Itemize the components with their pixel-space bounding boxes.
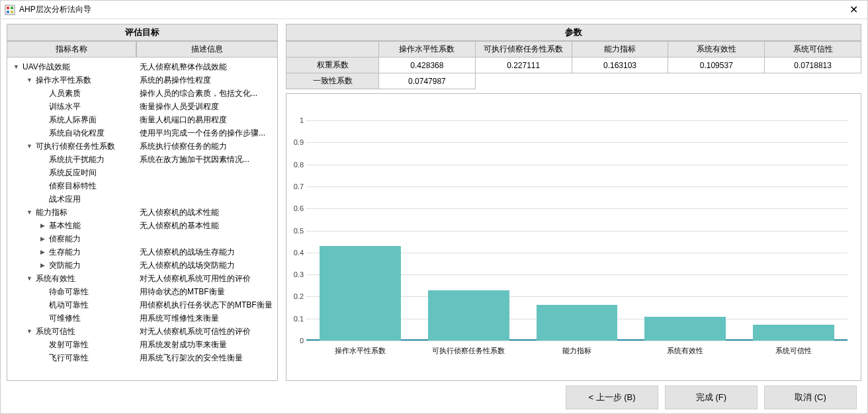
tree-item-label: 生存能力 bbox=[49, 247, 81, 258]
tree-row[interactable]: ▼可执行侦察任务性系数系统执行侦察任务的能力 bbox=[7, 140, 277, 153]
tree-item-label: 系统有效性 bbox=[36, 273, 75, 284]
chevron-down-icon[interactable]: ▼ bbox=[26, 275, 33, 282]
x-tick-label: 可执行侦察任务性系数 bbox=[432, 346, 505, 356]
chevron-down-icon[interactable]: ▼ bbox=[26, 77, 33, 84]
tree-item-desc: 使用平均完成一个任务的操作步骤... bbox=[137, 128, 277, 139]
chevron-down-icon[interactable]: ▼ bbox=[26, 328, 33, 335]
finish-button[interactable]: 完成 (F) bbox=[665, 386, 758, 409]
tree-row[interactable]: ▼系统有效性对无人侦察机系统可用性的评价 bbox=[7, 272, 277, 285]
y-tick-label: 0.8 bbox=[288, 161, 304, 169]
tree-row[interactable]: 战术应用 bbox=[7, 192, 277, 206]
tree-item-label: 机动可靠性 bbox=[49, 300, 89, 311]
tree-item-label: 基本性能 bbox=[49, 220, 81, 231]
tree-body[interactable]: ▼UAV作战效能无人侦察机整体作战效能▼操作水平性系数系统的易操作性程度人员素质… bbox=[7, 58, 278, 381]
tree-col-desc[interactable]: 描述信息 bbox=[136, 41, 278, 58]
chevron-down-icon[interactable]: ▼ bbox=[13, 63, 20, 71]
tree-item-label: 飞行可靠性 bbox=[49, 352, 89, 364]
y-tick-label: 0.6 bbox=[288, 204, 304, 212]
chevron-down-icon[interactable]: ▼ bbox=[26, 209, 33, 216]
x-tick-label: 系统可信性 bbox=[775, 346, 812, 356]
y-tick-label: 1 bbox=[288, 116, 304, 124]
param-col-header: 可执行侦察任务性系数 bbox=[475, 42, 572, 58]
tree-item-label: 战术应用 bbox=[49, 194, 81, 205]
tree-item-desc: 对无人侦察机系统可信性的评价 bbox=[137, 326, 277, 337]
tree-row[interactable]: 人员素质操作人员的综合素质，包括文化... bbox=[7, 87, 277, 100]
footer: < 上一步 (B) 完成 (F) 取消 (C) bbox=[1, 382, 867, 413]
y-tick-label: 0.5 bbox=[288, 227, 304, 235]
param-cell bbox=[668, 73, 765, 89]
tree-item-label: 系统人际界面 bbox=[49, 114, 97, 126]
tree-spacer bbox=[39, 130, 46, 137]
tree-spacer bbox=[39, 156, 46, 163]
svg-rect-2 bbox=[11, 7, 13, 9]
tree-row[interactable]: 训练水平衡量操作人员受训程度 bbox=[7, 100, 277, 113]
tree-row[interactable]: 可维修性用系统可维修性来衡量 bbox=[7, 311, 277, 325]
tree-item-desc: 用系统可维修性来衡量 bbox=[137, 313, 277, 324]
chevron-right-icon[interactable]: ▶ bbox=[39, 262, 46, 269]
tree-row[interactable]: 系统反应时间 bbox=[7, 166, 277, 179]
tree-row[interactable]: 系统人际界面衡量人机端口的易用程度 bbox=[7, 113, 277, 126]
back-button[interactable]: < 上一步 (B) bbox=[566, 386, 658, 409]
tree-spacer bbox=[39, 183, 46, 190]
tree-item-label: 能力指标 bbox=[36, 207, 67, 218]
tree-col-name[interactable]: 指标名称 bbox=[7, 41, 136, 58]
tree-row[interactable]: 飞行可靠性用系统飞行架次的安全性衡量 bbox=[7, 351, 277, 364]
tree-row[interactable]: ▼系统可信性对无人侦察机系统可信性的评价 bbox=[7, 325, 277, 338]
tree-row[interactable]: 系统抗干扰能力系统在敌方施加干扰因素情况... bbox=[7, 153, 277, 166]
y-tick-label: 0 bbox=[288, 337, 304, 345]
tree-row[interactable]: ▶突防能力无人侦察机的战场突防能力 bbox=[7, 259, 277, 272]
chevron-right-icon[interactable]: ▶ bbox=[39, 249, 46, 256]
chevron-right-icon[interactable]: ▶ bbox=[39, 235, 46, 243]
param-col-header: 操作水平性系数 bbox=[379, 42, 476, 58]
y-tick-label: 0.1 bbox=[288, 315, 304, 323]
chart-bar bbox=[428, 290, 509, 341]
tree-item-desc: 衡量操作人员受训程度 bbox=[137, 101, 277, 112]
close-icon[interactable]: ✕ bbox=[844, 3, 863, 16]
tree-row[interactable]: 待命可靠性用待命状态的MTBF衡量 bbox=[7, 285, 277, 298]
tree-row[interactable]: 系统自动化程度使用平均完成一个任务的操作步骤... bbox=[7, 126, 277, 140]
x-tick-label: 系统有效性 bbox=[667, 346, 703, 356]
tree-item-desc: 操作人员的综合素质，包括文化... bbox=[137, 88, 277, 99]
tree-item-label: 发射可靠性 bbox=[49, 339, 89, 351]
tree-row[interactable]: 机动可靠性用侦察机执行任务状态下的MTBF衡量 bbox=[7, 298, 277, 311]
tree-item-label: 系统抗干扰能力 bbox=[49, 154, 105, 165]
x-tick-label: 操作水平性系数 bbox=[335, 346, 386, 356]
tree-item-desc: 用待命状态的MTBF衡量 bbox=[137, 286, 277, 298]
tree-row[interactable]: ▼操作水平性系数系统的易操作性程度 bbox=[7, 73, 277, 87]
param-col-header: 系统可信性 bbox=[765, 42, 861, 58]
chevron-right-icon[interactable]: ▶ bbox=[39, 222, 46, 229]
y-tick-label: 0.3 bbox=[288, 270, 304, 278]
cancel-button[interactable]: 取消 (C) bbox=[764, 386, 857, 409]
tree-spacer bbox=[39, 288, 46, 296]
tree-item-label: 操作水平性系数 bbox=[36, 75, 91, 86]
app-icon bbox=[5, 5, 15, 15]
tree-row[interactable]: ▶生存能力无人侦察机的战场生存能力 bbox=[7, 245, 277, 259]
tree-row[interactable]: ▶侦察能力 bbox=[7, 232, 277, 245]
tree-spacer bbox=[39, 169, 46, 177]
param-cell: 0.227111 bbox=[475, 58, 572, 73]
chevron-down-icon[interactable]: ▼ bbox=[26, 143, 33, 150]
tree-row[interactable]: ▶基本性能无人侦察机的基本性能 bbox=[7, 219, 277, 232]
tree-spacer bbox=[39, 354, 46, 362]
tree-row[interactable]: 侦察目标特性 bbox=[7, 179, 277, 192]
tree-item-desc: 无人侦察机整体作战效能 bbox=[137, 62, 277, 73]
tree-item-desc: 用侦察机执行任务状态下的MTBF衡量 bbox=[137, 300, 277, 311]
tree-item-label: 侦察能力 bbox=[49, 233, 81, 245]
chart-bar bbox=[644, 317, 726, 341]
tree-item-desc: 无人侦察机的战场生存能力 bbox=[137, 247, 277, 258]
svg-rect-4 bbox=[11, 11, 13, 13]
right-panel: 参数 操作水平性系数可执行侦察任务性系数能力指标系统有效性系统可信性权重系数0.… bbox=[285, 23, 862, 382]
tree-item-desc: 系统的易操作性程度 bbox=[137, 75, 277, 86]
tree-item-label: UAV作战效能 bbox=[22, 62, 70, 73]
param-table: 操作水平性系数可执行侦察任务性系数能力指标系统有效性系统可信性权重系数0.428… bbox=[286, 41, 861, 89]
y-tick-label: 0.9 bbox=[288, 138, 304, 146]
tree-row[interactable]: ▼UAV作战效能无人侦察机整体作战效能 bbox=[7, 60, 277, 73]
tree-item-desc: 用系统发射成功率来衡量 bbox=[137, 339, 277, 351]
y-tick-label: 0.7 bbox=[288, 183, 304, 190]
y-tick-label: 0.4 bbox=[288, 249, 304, 257]
tree-item-desc: 对无人侦察机系统可用性的评价 bbox=[137, 273, 277, 284]
tree-spacer bbox=[39, 103, 46, 110]
tree-item-desc: 无人侦察机的战术性能 bbox=[137, 207, 277, 218]
tree-row[interactable]: 发射可靠性用系统发射成功率来衡量 bbox=[7, 338, 277, 351]
tree-row[interactable]: ▼能力指标无人侦察机的战术性能 bbox=[7, 206, 277, 219]
